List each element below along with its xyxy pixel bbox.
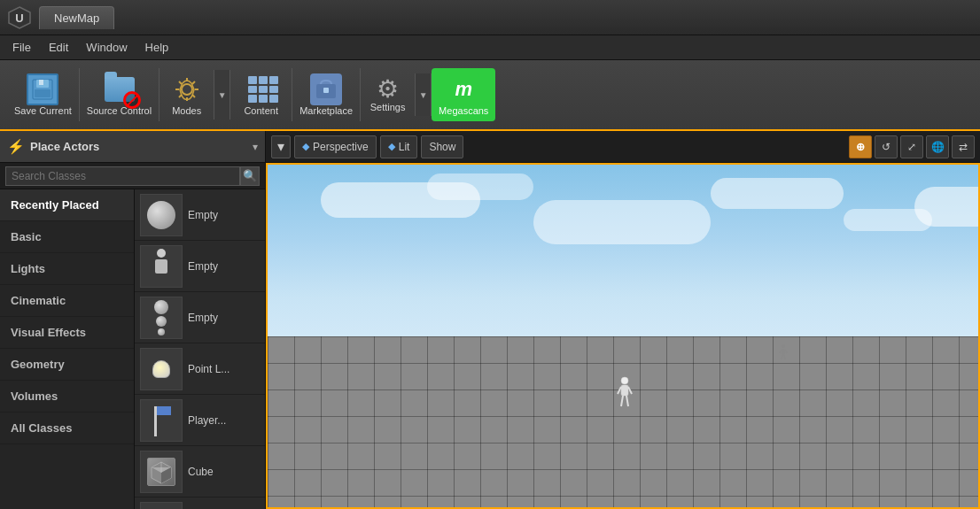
modes-dropdown[interactable]: ▼: [214, 70, 229, 120]
item-label-player: Player...: [188, 414, 226, 427]
modes-button[interactable]: Modes ▼: [159, 70, 230, 120]
item-label-empty3: Empty: [188, 312, 218, 324]
menu-edit[interactable]: Edit: [40, 39, 77, 56]
item-label-empty2: Empty: [188, 260, 218, 273]
menu-bar: File Edit Window Help: [0, 35, 980, 60]
vp-world-btn[interactable]: 🌐: [926, 135, 949, 158]
place-actors-arrow: ▾: [253, 141, 258, 153]
list-item[interactable]: Player...: [135, 395, 265, 446]
search-bar: 🔍: [0, 163, 265, 189]
vp-scale-btn[interactable]: ⤢: [900, 135, 923, 158]
svg-line-24: [784, 355, 785, 359]
vp-rotate-btn[interactable]: ↺: [875, 135, 898, 158]
marketplace-button[interactable]: Marketplace: [292, 68, 361, 121]
save-icon: [27, 73, 58, 105]
show-button[interactable]: Show: [421, 135, 463, 158]
item-label-point-light: Point L...: [188, 363, 229, 375]
svg-rect-14: [621, 385, 628, 396]
category-cinematic[interactable]: Cinematic: [0, 285, 134, 317]
category-geometry[interactable]: Geometry: [0, 349, 134, 381]
cloud: [533, 200, 711, 244]
item-thumb-cube: [140, 451, 183, 493]
svg-point-13: [621, 377, 628, 384]
search-button[interactable]: 🔍: [240, 166, 260, 186]
perspective-label: Perspective: [313, 141, 369, 153]
marketplace-label: Marketplace: [299, 105, 353, 116]
vp-camera-btn[interactable]: ⇄: [952, 135, 975, 158]
item-thumb-sphere: [140, 502, 183, 510]
content-icon: [245, 73, 277, 105]
item-thumb-empty2: [140, 245, 183, 288]
vp-ground: [268, 336, 978, 508]
item-label-empty1: Empty: [188, 209, 218, 221]
lit-label: Lit: [399, 141, 410, 153]
modes-icon: [171, 73, 203, 105]
category-basic[interactable]: Basic: [0, 221, 134, 253]
left-panel: ⚡ Place Actors ▾ 🔍 Recently Placed Basic…: [0, 131, 266, 509]
item-thumb-empty1: [140, 194, 183, 236]
category-lights[interactable]: Lights: [0, 253, 134, 285]
right-panel: ▾ ◆ Perspective ◆ Lit Show ⊕ ↺ ⤢ 🌐 ⇄: [266, 131, 980, 509]
menu-file[interactable]: File: [4, 39, 40, 56]
svg-rect-8: [323, 88, 329, 93]
list-item[interactable]: Sphere: [135, 497, 265, 509]
list-item[interactable]: Empty: [135, 241, 265, 292]
category-volumes[interactable]: Volumes: [0, 381, 134, 413]
tab-newmap[interactable]: NewMap: [39, 6, 114, 29]
left-panel-body: Recently Placed Basic Lights Cinematic V…: [0, 189, 265, 509]
save-current-button[interactable]: Save Current: [7, 68, 80, 121]
cloud: [427, 174, 533, 200]
svg-line-21: [780, 350, 782, 353]
viewport: [266, 163, 980, 509]
lit-button[interactable]: ◆ Lit: [380, 135, 418, 158]
list-item[interactable]: Empty: [135, 292, 265, 343]
menu-window[interactable]: Window: [77, 39, 136, 56]
item-thumb-player: [140, 399, 183, 442]
source-control-icon: [102, 73, 137, 105]
vp-right-buttons: ⊕ ↺ ⤢ 🌐 ⇄: [849, 135, 975, 158]
category-all-classes[interactable]: All Classes: [0, 413, 134, 444]
content-label: Content: [244, 105, 278, 116]
search-input[interactable]: [5, 166, 240, 186]
content-button[interactable]: Content: [230, 68, 292, 121]
svg-line-17: [621, 396, 623, 406]
items-list: Empty Empty: [135, 189, 265, 509]
megascans-button[interactable]: m Megascans: [432, 68, 495, 121]
toolbar: Save Current Source Control Modes: [0, 60, 980, 131]
svg-point-6: [182, 84, 192, 95]
modes-label: Modes: [172, 105, 201, 116]
vp-sky: [268, 165, 978, 353]
cube-icon: [147, 458, 175, 486]
list-item[interactable]: Point L...: [135, 343, 265, 395]
svg-rect-5: [35, 89, 51, 97]
title-bar: U NewMap: [0, 0, 980, 35]
vp-transform-btn[interactable]: ⊕: [849, 135, 872, 158]
perspective-button[interactable]: ◆ Perspective: [294, 135, 377, 158]
source-control-button[interactable]: Source Control: [80, 68, 159, 121]
settings-button[interactable]: ⚙ Settings ▼: [361, 73, 432, 116]
item-thumb-empty3: [140, 297, 183, 339]
menu-help[interactable]: Help: [136, 39, 178, 56]
viewport-controls: ▾ ◆ Perspective ◆ Lit Show ⊕ ↺ ⤢ 🌐 ⇄: [266, 131, 980, 163]
list-item[interactable]: Cube: [135, 446, 265, 497]
svg-line-15: [618, 387, 621, 394]
list-item[interactable]: Empty: [135, 189, 265, 241]
item-thumb-point-light: [140, 348, 183, 390]
main-area: ⚡ Place Actors ▾ 🔍 Recently Placed Basic…: [0, 131, 980, 509]
svg-line-18: [626, 396, 628, 406]
category-recently-placed[interactable]: Recently Placed: [0, 189, 134, 221]
cloud: [711, 178, 844, 209]
svg-line-16: [628, 387, 632, 394]
flag-icon: [149, 405, 174, 436]
viewport-dropdown-btn[interactable]: ▾: [271, 135, 291, 158]
place-actors-icon: ⚡: [7, 138, 25, 155]
vp-grid: [268, 336, 978, 508]
cloud: [914, 187, 980, 227]
show-label: Show: [429, 141, 455, 153]
settings-dropdown[interactable]: ▼: [415, 73, 431, 116]
place-actors-label: Place Actors: [30, 140, 253, 153]
svg-line-23: [782, 355, 782, 359]
category-visual-effects[interactable]: Visual Effects: [0, 317, 134, 349]
svg-line-22: [785, 350, 787, 353]
megascans-icon: m: [447, 73, 479, 105]
